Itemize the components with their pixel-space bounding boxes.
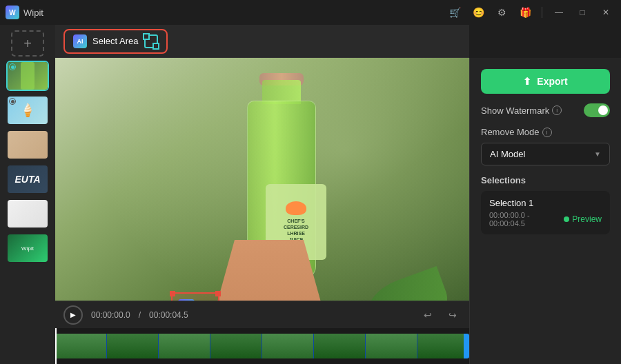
app-logo: W (6, 6, 19, 19)
timeline-handle-right[interactable] (464, 334, 469, 358)
thumbnail-6[interactable]: Wipit (6, 233, 49, 263)
timeline[interactable] (55, 328, 469, 364)
toggle-knob (598, 105, 608, 115)
chevron-down-icon: ▼ (594, 150, 601, 158)
main-area: + 🍦 EUTA Wipit (0, 25, 621, 364)
watermark-label: Show Watermark i (481, 105, 562, 116)
selection-name: Selection 1 (489, 198, 602, 208)
timeline-frame-8 (417, 334, 469, 358)
watermark-row: Show Watermark i (481, 103, 610, 117)
close-button[interactable]: ✕ (596, 6, 615, 19)
add-media-button[interactable]: + (11, 30, 44, 57)
thumbnail-1[interactable] (6, 61, 49, 91)
preview-label: Preview (572, 214, 602, 224)
timeline-frame-1 (55, 334, 107, 358)
timeline-frame-3 (159, 334, 210, 358)
play-button[interactable]: ▶ (63, 305, 83, 325)
thumbnail-2[interactable]: 🍦 (6, 95, 49, 125)
ai-badge: AI (73, 34, 87, 48)
timeline-frame-5 (262, 334, 314, 358)
label-logo (286, 201, 306, 215)
titlebar-left: W Wipit (6, 6, 43, 19)
time-separator: / (139, 310, 141, 320)
preview-dot-icon (564, 216, 569, 222)
selection-item-1[interactable]: Selection 1 00:00:00.0 - 00:00:04.5 Prev… (481, 191, 610, 234)
remove-mode-section: Remove Mode i AI Model ▼ (481, 127, 610, 165)
timeline-track[interactable] (55, 334, 469, 358)
thumb-indicator-2 (9, 98, 16, 105)
controls-bar: ▶ 00:00:00.0 / 00:00:04.5 ↩ ↪ (55, 301, 469, 328)
select-area-button[interactable]: AI Select Area (63, 29, 168, 54)
preview-button[interactable]: Preview (564, 214, 602, 224)
titlebar-controls: 🛒 😊 ⚙ 🎁 — □ ✕ (445, 3, 615, 22)
thumb-preview-6: Wipit (8, 234, 48, 262)
toolbar: AI Select Area (55, 25, 469, 58)
right-panel: ⬆ Export Show Watermark i Remove (469, 58, 621, 364)
remove-mode-dropdown[interactable]: AI Model ▼ (481, 143, 610, 165)
play-icon: ▶ (70, 311, 76, 318)
thumb-preview-4: EUTA (8, 165, 48, 193)
selection-time: 00:00:00.0 - 00:00:04.5 (489, 211, 564, 228)
handle-top-right[interactable] (215, 291, 221, 296)
emoji-icon[interactable]: 😊 (469, 3, 488, 22)
time-current: 00:00:00.0 (91, 310, 130, 320)
content-wrapper: AI Select Area (55, 25, 621, 364)
thumbnail-sidebar: + 🍦 EUTA Wipit (0, 25, 55, 364)
time-total: 00:00:04.5 (149, 310, 188, 320)
selections-title: Selections (481, 175, 610, 185)
cart-icon[interactable]: 🛒 (445, 3, 464, 22)
watermark-toggle[interactable] (584, 103, 610, 117)
export-label: Export (537, 76, 567, 87)
divider (542, 7, 542, 18)
content-row: CHEF'S CERESIRD LHRISE JUICE (55, 58, 621, 364)
timeline-frame-2 (107, 334, 159, 358)
label-text: CHEF'S CERESIRD LHRISE JUICE (284, 218, 308, 243)
thumbnail-3[interactable] (6, 130, 49, 160)
select-area-label: Select Area (92, 36, 139, 46)
timeline-frame-4 (210, 334, 262, 358)
thumbnail-4[interactable]: EUTA (6, 164, 49, 194)
redo-button[interactable]: ↪ (444, 307, 461, 323)
titlebar: W Wipit 🛒 😊 ⚙ 🎁 — □ ✕ (0, 0, 621, 25)
thumb-preview-5 (8, 200, 48, 228)
remove-mode-label: Remove Mode i (481, 127, 552, 137)
selection-time-row: 00:00:00.0 - 00:00:04.5 Preview (489, 211, 602, 228)
thumb-indicator-1 (9, 63, 16, 70)
thumb-preview-3 (8, 131, 48, 159)
maximize-button[interactable]: □ (573, 6, 592, 19)
timeline-frame-7 (366, 334, 417, 358)
selection-list: Selection 1 00:00:00.0 - 00:00:04.5 Prev… (481, 191, 610, 234)
watermark-info-icon[interactable]: i (552, 105, 562, 115)
gift-icon[interactable]: 🎁 (515, 3, 535, 22)
gear-icon[interactable]: ⚙ (492, 3, 511, 22)
app-title: Wipit (23, 8, 43, 18)
timeline-frame-6 (314, 334, 366, 358)
minimize-button[interactable]: — (549, 6, 569, 19)
remove-mode-info-icon[interactable]: i (542, 128, 552, 137)
remove-mode-row: Remove Mode i (481, 127, 610, 137)
handle-top-left[interactable] (170, 291, 175, 296)
video-area: CHEF'S CERESIRD LHRISE JUICE (55, 58, 469, 364)
thumbnail-5[interactable] (6, 199, 49, 229)
export-icon: ⬆ (523, 76, 531, 87)
remove-mode-value: AI Model (490, 149, 525, 159)
export-button[interactable]: ⬆ Export (481, 69, 610, 94)
select-area-icon (144, 34, 158, 48)
selections-section: Selections Selection 1 00:00:00.0 - 00:0… (481, 175, 610, 234)
undo-button[interactable]: ↩ (420, 307, 436, 323)
timeline-playhead[interactable] (55, 328, 57, 364)
